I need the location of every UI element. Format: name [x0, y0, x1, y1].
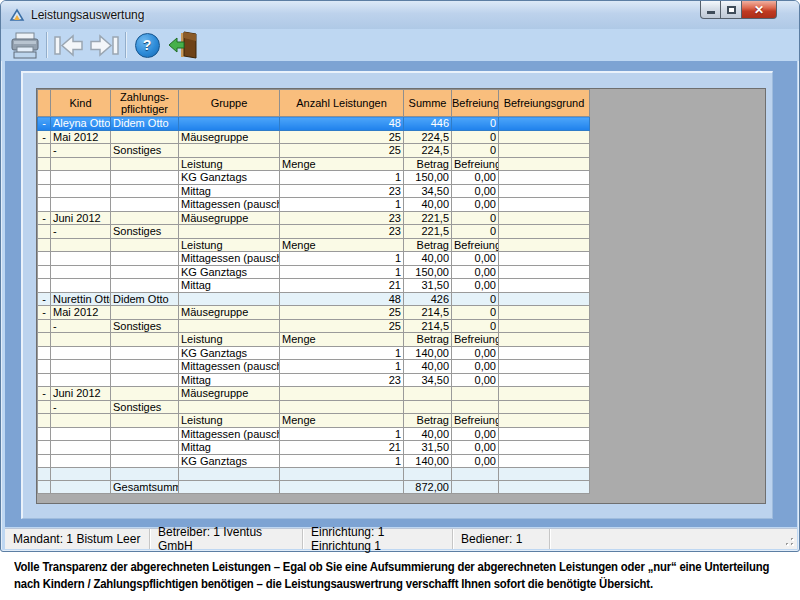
cell — [51, 468, 111, 481]
expand-toggle[interactable]: - — [38, 387, 51, 401]
table-row[interactable]: Mittag2131,500,00 — [38, 279, 590, 293]
cell: 0 — [452, 117, 499, 131]
cell: Betrag — [404, 157, 452, 171]
table-row[interactable]: Mittagessen (pauschal)140,000,00 — [38, 198, 590, 212]
status-item: Einrichtung: 1 Einrichtung 1 — [303, 529, 453, 549]
exit-button[interactable] — [165, 30, 201, 60]
table-row[interactable]: -Sonstiges25224,50 — [38, 144, 590, 158]
table-row[interactable] — [38, 468, 590, 481]
expand-cell — [38, 480, 51, 494]
table-row[interactable]: Mittagessen (pauschal)140,000,00 — [38, 360, 590, 374]
cell: 0 — [452, 225, 499, 239]
expand-toggle[interactable]: - — [38, 211, 51, 225]
cell — [51, 198, 111, 212]
table-row[interactable]: LeistungMengeBetragBefreiung — [38, 333, 590, 347]
cell: 214,5 — [404, 306, 452, 320]
expand-cell — [38, 198, 51, 212]
table-row[interactable]: -Sonstiges25214,50 — [38, 319, 590, 333]
column-header[interactable]: Befreiung — [452, 90, 499, 117]
cell: 150,00 — [404, 171, 452, 185]
column-header[interactable]: Befreiungsgrund — [499, 90, 590, 117]
cell: 1 — [280, 454, 404, 468]
cell: 23 — [280, 225, 404, 239]
cell: 1 — [280, 427, 404, 441]
cell: Mittagessen (pauschal) — [179, 198, 280, 212]
cell: 0 — [452, 306, 499, 320]
table-row[interactable]: LeistungMengeBetragBefreiung — [38, 157, 590, 171]
cell: Betrag — [404, 333, 452, 347]
exit-door-icon — [167, 31, 199, 59]
cell — [452, 480, 499, 494]
cell — [499, 225, 590, 239]
column-header[interactable]: Kind — [51, 90, 111, 117]
table-row[interactable]: KG Ganztags1150,000,00 — [38, 171, 590, 185]
cell — [499, 468, 590, 481]
table-row[interactable]: -Nurettin OttoDidem Otto484260 — [38, 292, 590, 306]
expand-cell — [38, 360, 51, 374]
column-header[interactable]: Summe — [404, 90, 452, 117]
cell — [111, 427, 179, 441]
cell: 224,5 — [404, 144, 452, 158]
cell — [51, 346, 111, 360]
table-row[interactable]: -Sonstiges23221,50 — [38, 225, 590, 239]
cell — [51, 157, 111, 171]
cell: Leistung — [179, 333, 280, 347]
table-row[interactable]: -Mai 2012Mäusegruppe25214,50 — [38, 306, 590, 320]
table-row[interactable]: KG Ganztags1150,000,00 — [38, 265, 590, 279]
table-row[interactable]: -Juni 2012Mäusegruppe23221,50 — [38, 211, 590, 225]
status-item: Bediener: 1 — [453, 529, 550, 549]
table-row[interactable]: KG Ganztags1140,000,00 — [38, 454, 590, 468]
print-button[interactable] — [7, 30, 43, 60]
table-row[interactable]: LeistungMengeBetragBefreiung — [38, 238, 590, 252]
nav-last-button[interactable] — [86, 30, 122, 60]
help-button[interactable]: ? — [129, 30, 165, 60]
maximize-button[interactable] — [721, 1, 742, 19]
column-header[interactable] — [38, 90, 51, 117]
cell: 40,00 — [404, 360, 452, 374]
column-header[interactable]: Anzahl Leistungen — [280, 90, 404, 117]
table-row[interactable]: LeistungMengeBetragBefreiung — [38, 414, 590, 428]
cell — [179, 319, 280, 333]
cell: 21 — [280, 441, 404, 455]
table-row[interactable]: Mittag2334,500,00 — [38, 373, 590, 387]
cell: Menge — [280, 414, 404, 428]
expand-toggle[interactable]: - — [38, 306, 51, 320]
column-header[interactable]: Gruppe — [179, 90, 280, 117]
cell — [499, 441, 590, 455]
cell — [111, 252, 179, 266]
minimize-button[interactable] — [700, 1, 721, 19]
table-row[interactable]: Gesamtsumme872,00 — [38, 480, 590, 494]
expand-toggle[interactable]: - — [38, 292, 51, 306]
table-row[interactable]: Mittag2334,500,00 — [38, 184, 590, 198]
cell: Leistung — [179, 157, 280, 171]
resize-grip[interactable] — [782, 534, 795, 547]
cell: - — [51, 400, 111, 414]
cell — [111, 157, 179, 171]
table-row[interactable]: -Aleyna OttoDidem Otto484460 — [38, 117, 590, 131]
cell — [111, 360, 179, 374]
table-row[interactable]: Mittag2131,500,00 — [38, 441, 590, 455]
cell: 48 — [280, 117, 404, 131]
toolbar-separator — [125, 32, 126, 58]
table-row[interactable]: -Juni 2012Mäusegruppe — [38, 387, 590, 401]
status-item: Betreiber: 1 Iventus GmbH — [150, 529, 303, 549]
table-row[interactable]: -Mai 2012Mäusegruppe25224,50 — [38, 130, 590, 144]
table-row[interactable]: -Sonstiges — [38, 400, 590, 414]
expand-cell — [38, 400, 51, 414]
expand-toggle[interactable]: - — [38, 117, 51, 131]
table-row[interactable]: Mittagessen (pauschal)140,000,00 — [38, 427, 590, 441]
close-button[interactable]: ✕ — [742, 1, 777, 19]
cell: - — [51, 225, 111, 239]
cell: Mittag — [179, 184, 280, 198]
cell: 140,00 — [404, 346, 452, 360]
column-header[interactable]: Zahlungs- pflichtiger — [111, 90, 179, 117]
cell — [499, 400, 590, 414]
expand-toggle[interactable]: - — [38, 130, 51, 144]
expand-cell — [38, 468, 51, 481]
table-row[interactable]: Mittagessen (pauschal)140,000,00 — [38, 252, 590, 266]
table-row[interactable]: KG Ganztags1140,000,00 — [38, 346, 590, 360]
cell: Juni 2012 — [51, 387, 111, 401]
cell — [111, 454, 179, 468]
nav-first-button[interactable] — [50, 30, 86, 60]
cell: 0 — [452, 292, 499, 306]
